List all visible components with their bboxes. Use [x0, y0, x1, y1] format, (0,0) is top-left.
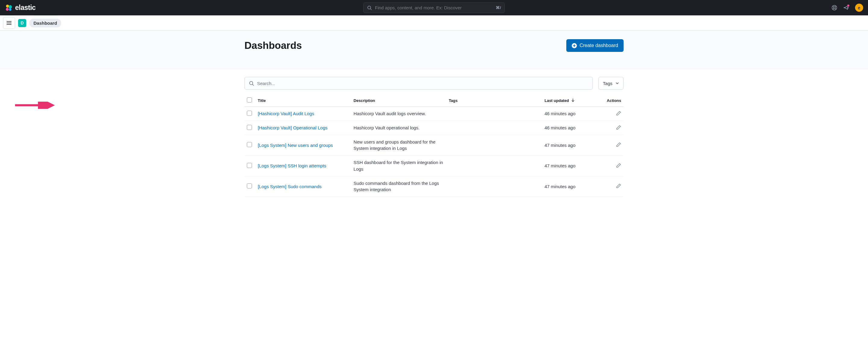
column-header-description: Description	[351, 95, 446, 107]
column-header-actions: Actions	[604, 95, 624, 107]
row-checkbox[interactable]	[247, 183, 252, 188]
app-badge-initial: D	[21, 21, 24, 25]
svg-line-9	[835, 8, 836, 9]
table-row: [Hashicorp Vault] Audit LogsHashicorp Va…	[244, 107, 624, 121]
breadcrumb[interactable]: Dashboard	[29, 19, 61, 27]
edit-button[interactable]	[616, 125, 621, 130]
global-search-input[interactable]	[375, 5, 496, 10]
dashboard-search[interactable]	[244, 77, 593, 90]
svg-rect-17	[573, 45, 576, 46]
dashboard-tags	[446, 135, 542, 155]
nav-toggle-button[interactable]	[3, 17, 15, 29]
edit-button[interactable]	[616, 142, 621, 147]
edit-button[interactable]	[616, 163, 621, 168]
svg-point-1	[8, 5, 12, 8]
svg-point-18	[250, 81, 253, 85]
table-header-row: Title Description Tags Last updated Acti…	[244, 95, 624, 107]
search-icon	[367, 5, 372, 10]
row-checkbox[interactable]	[247, 142, 252, 147]
table-row: [Logs System] Sudo commandsSudo commands…	[244, 176, 624, 197]
svg-line-19	[253, 84, 254, 85]
dashboard-title-link[interactable]: [Logs System] SSH login attempts	[258, 163, 327, 168]
dashboard-description: SSH dashboard for the System integration…	[351, 155, 446, 176]
sort-descending-icon	[571, 98, 575, 102]
column-header-title[interactable]: Title	[255, 95, 351, 107]
row-checkbox[interactable]	[247, 163, 252, 168]
dashboard-description: Sudo commands dashboard from the Logs Sy…	[351, 176, 446, 197]
dashboard-title-link[interactable]: [Logs System] Sudo commands	[258, 184, 321, 189]
search-icon	[249, 81, 254, 86]
svg-line-5	[370, 9, 372, 10]
table-row: [Logs System] SSH login attemptsSSH dash…	[244, 155, 624, 176]
edit-button[interactable]	[616, 111, 621, 116]
svg-point-4	[368, 6, 371, 9]
global-header: elastic ⌘/ e	[0, 0, 868, 16]
user-avatar[interactable]: e	[855, 4, 863, 12]
pencil-icon	[616, 111, 621, 116]
pencil-icon	[616, 183, 621, 188]
sub-header: D Dashboard	[0, 16, 868, 31]
dashboard-search-input[interactable]	[257, 81, 588, 86]
row-checkbox[interactable]	[247, 111, 252, 116]
dashboard-tags	[446, 155, 542, 176]
pencil-icon	[616, 163, 621, 168]
annotation-arrow-icon	[15, 102, 56, 109]
dashboard-tags	[446, 121, 542, 135]
hamburger-icon	[6, 20, 12, 26]
svg-line-8	[833, 6, 834, 7]
page-title: Dashboards	[244, 40, 302, 51]
elastic-logo-icon	[5, 4, 13, 12]
dashboard-last-updated: 46 minutes ago	[542, 107, 604, 121]
header-right-controls: e	[832, 4, 863, 12]
last-updated-label: Last updated	[545, 98, 569, 103]
newsfeed-button[interactable]	[843, 5, 849, 10]
svg-line-11	[835, 6, 836, 7]
dashboard-description: New users and groups dashboard for the S…	[351, 135, 446, 155]
page-header-band: Dashboards Create dashboard	[0, 31, 868, 69]
app-badge[interactable]: D	[18, 19, 26, 27]
dashboard-tags	[446, 107, 542, 121]
breadcrumb-label: Dashboard	[33, 21, 57, 26]
create-button-label: Create dashboard	[580, 43, 618, 48]
filter-row: Tags	[244, 77, 624, 90]
tags-filter-label: Tags	[603, 81, 613, 86]
avatar-initial: e	[858, 5, 861, 10]
dashboard-description: Hashicorp Vault audit logs overview.	[351, 107, 446, 121]
elastic-wordmark: elastic	[15, 4, 36, 12]
notification-dot-icon	[847, 4, 849, 7]
search-shortcut-label: ⌘/	[496, 5, 501, 10]
svg-point-6	[832, 5, 837, 10]
column-header-last-updated[interactable]: Last updated	[542, 95, 604, 107]
pencil-icon	[616, 142, 621, 147]
dashboard-last-updated: 47 minutes ago	[542, 155, 604, 176]
dashboard-description: Hashicorp Vault operational logs.	[351, 121, 446, 135]
dashboard-title-link[interactable]: [Logs System] New users and groups	[258, 143, 333, 148]
plus-circle-icon	[572, 43, 577, 48]
dashboard-last-updated: 47 minutes ago	[542, 135, 604, 155]
dashboard-last-updated: 47 minutes ago	[542, 176, 604, 197]
table-row: [Hashicorp Vault] Operational LogsHashic…	[244, 121, 624, 135]
dashboard-last-updated: 46 minutes ago	[542, 121, 604, 135]
svg-point-3	[9, 8, 11, 10]
svg-point-2	[6, 8, 9, 11]
tags-filter[interactable]: Tags	[598, 77, 624, 90]
global-search[interactable]: ⌘/	[363, 2, 505, 13]
help-icon	[832, 5, 837, 10]
dashboards-table: Title Description Tags Last updated Acti…	[244, 95, 624, 197]
select-all-checkbox[interactable]	[247, 97, 252, 103]
edit-button[interactable]	[616, 183, 621, 188]
row-checkbox[interactable]	[247, 125, 252, 130]
svg-line-10	[833, 8, 834, 9]
content-area: Tags Title Description Tags Last updated	[244, 69, 624, 197]
table-row: [Logs System] New users and groupsNew us…	[244, 135, 624, 155]
dashboard-tags	[446, 176, 542, 197]
column-header-tags[interactable]: Tags	[446, 95, 542, 107]
svg-point-7	[833, 7, 835, 8]
dashboard-title-link[interactable]: [Hashicorp Vault] Audit Logs	[258, 111, 314, 116]
pencil-icon	[616, 125, 621, 130]
create-dashboard-button[interactable]: Create dashboard	[566, 39, 624, 52]
chevron-down-icon	[615, 81, 619, 85]
dashboard-title-link[interactable]: [Hashicorp Vault] Operational Logs	[258, 125, 328, 130]
elastic-logo[interactable]: elastic	[5, 4, 36, 12]
help-button[interactable]	[832, 5, 837, 10]
